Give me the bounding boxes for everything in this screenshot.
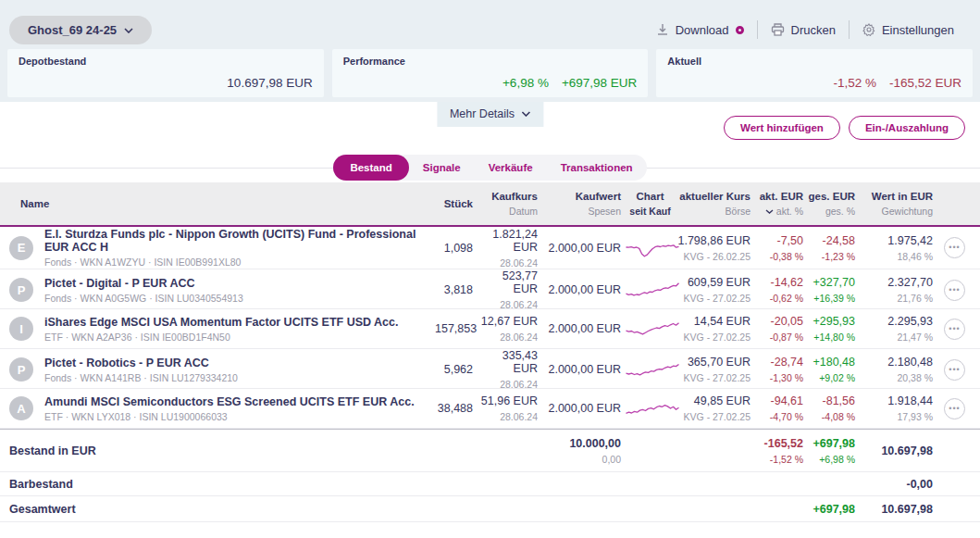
footer-spesen: 0,00 [541,454,621,465]
kaufkurs-value: 523,77 EUR [477,269,538,295]
table-row[interactable]: I iShares Edge MSCI USA Momentum Factor … [0,309,980,349]
tab-signale[interactable]: Signale [409,156,475,180]
card-aktuell: Aktuell -1,52 % -165,52 EUR [656,49,973,97]
wert-value: 1.975,42 [859,234,933,247]
wert-value: 2.180,48 [859,356,933,369]
instrument-name-link[interactable]: Pictet - Robotics - P EUR ACC [44,357,238,369]
kaufkurs-value: 1.821,24 EUR [477,228,538,254]
footer-akt-eur: -165,52 [754,437,803,450]
mehr-details-label: Mehr Details [450,107,515,120]
col-header-aktueller-kurs[interactable]: aktueller Kurs Börse [676,182,754,225]
kaufkurs-value: 335,43 EUR [477,349,538,375]
footer-akt-pct: -1,52 % [754,454,803,465]
wert-value: 2.295,93 [859,315,933,328]
col-header-kaufkurs[interactable]: Kaufkurs Datum [477,182,541,225]
aktueller-kurs-value: 14,54 EUR [676,315,751,328]
boerse-info: KVG - 27.02.25 [676,372,751,383]
col-header-menu [937,195,980,212]
col-header-kaufwert[interactable]: Kaufwert Spesen [541,182,625,225]
sparkline-chart [625,318,680,340]
tab-verkaeufe[interactable]: Verkäufe [475,156,547,180]
ges-pct-value: +9,02 % [807,372,855,383]
instrument-avatar: P [9,278,33,302]
instrument-meta: Fonds · WKN A141RB · ISIN LU1279334210 [44,372,238,383]
ges-pct-value: -1,23 % [807,251,855,262]
row-menu-button[interactable]: ••• [944,280,965,301]
kauf-datum: 28.06.24 [477,411,538,422]
kaufwert-value: 2.000,00 EUR [541,402,621,415]
kaufwert-value: 2.000,00 EUR [541,242,621,255]
row-menu-button[interactable]: ••• [944,237,965,258]
account-selector[interactable]: Ghost_69 24-25 [9,16,152,44]
table-row[interactable]: P Pictet - Digital - P EUR ACC Fonds · W… [0,269,980,309]
table-row[interactable]: A Amundi MSCI Semiconductors ESG Screene… [0,389,980,429]
col-header-wert-in-eur[interactable]: Wert in EUR Gewichtung [859,182,937,225]
footer-wert: 10.697,98 [859,444,933,457]
akt-pct-value: -4,70 % [754,411,803,422]
add-value-button[interactable]: Wert hinzufügen [724,116,840,140]
akt-pct-value: -0,87 % [754,332,803,343]
instrument-name-link[interactable]: iShares Edge MSCI USA Momentum Factor UC… [44,316,398,329]
kaufwert-value: 2.000,00 EUR [541,283,621,296]
col-header-name[interactable]: Name [0,190,435,218]
top-band: Ghost_69 24-25 Download Drucken Einstell… [0,0,980,102]
settings-button[interactable]: Einstellungen [850,23,967,37]
chevron-down-icon [124,28,133,33]
kauf-datum: 28.06.24 [477,379,538,390]
tab-bestand[interactable]: Bestand [333,155,408,181]
stueck-value: 3,818 [435,283,473,296]
akt-eur-value: -14,62 [754,276,803,289]
card-title: Aktuell [667,56,961,67]
performance-pct: +6,98 % [502,76,549,90]
kauf-datum: 28.06.24 [477,257,538,269]
akt-pct-value: -0,62 % [754,293,803,304]
table-footer-barbestand: Barbestand -0,00 [0,471,980,495]
ges-eur-value: +180,48 [807,356,855,369]
instrument-name-link[interactable]: Pictet - Digital - P EUR ACC [44,277,243,290]
col-header-ges-eur[interactable]: ges. EUR ges. % [807,182,859,225]
printer-icon [771,23,785,36]
sub-bar: Mehr Details Wert hinzufügen Ein-/Auszah… [0,102,980,153]
col-header-stueck[interactable]: Stück [435,190,477,218]
footer-label: Bestand in EUR [9,444,96,457]
instrument-name-link[interactable]: E.I. Sturdza Funds plc - Nippon Growth (… [44,228,431,254]
table-body: E E.I. Sturdza Funds plc - Nippon Growth… [0,227,980,429]
kaufkurs-value: 51,96 EUR [477,394,538,407]
instrument-avatar: A [9,396,33,420]
row-menu-button[interactable]: ••• [944,319,965,340]
mehr-details-button[interactable]: Mehr Details [437,102,543,127]
download-label: Download [676,23,729,37]
aktueller-kurs-value: 49,85 EUR [676,394,751,407]
footer-label: Barbestand [9,478,73,491]
col-header-akt-eur[interactable]: akt. EUR akt. % [754,182,807,225]
table-row[interactable]: E E.I. Sturdza Funds plc - Nippon Growth… [0,227,980,269]
akt-eur-value: -28,74 [754,356,803,369]
tab-transaktionen[interactable]: Transaktionen [547,156,647,180]
instrument-avatar: P [9,357,33,382]
chevron-down-icon [521,111,530,117]
deposit-withdraw-button[interactable]: Ein-/Auszahlung [849,116,965,140]
ges-eur-value: +327,70 [807,276,855,289]
aktuell-value: -165,52 EUR [889,76,961,90]
row-menu-button[interactable]: ••• [944,398,965,419]
print-button[interactable]: Drucken [758,23,849,37]
instrument-meta: Fonds · WKN A0G5WG · ISIN LU0340554913 [44,293,243,304]
akt-eur-value: -20,05 [754,315,803,328]
boerse-info: KVG - 26.02.25 [676,251,751,262]
stueck-value: 38,488 [435,402,473,415]
instrument-avatar: I [9,317,33,341]
gear-icon [862,23,875,36]
table-footer-gesamtwert: Gesamtwert +697,98 10.697,98 [0,495,980,522]
table-row[interactable]: P Pictet - Robotics - P EUR ACC Fonds · … [0,349,980,389]
gewichtung-value: 18,46 % [859,251,933,262]
ges-pct-value: +16,39 % [807,293,855,304]
row-menu-button[interactable]: ••• [944,359,965,381]
instrument-name-link[interactable]: Amundi MSCI Semiconductors ESG Screened … [44,395,415,408]
footer-wert: -0,00 [859,478,933,491]
download-button[interactable]: Download [643,23,757,37]
aktuell-pct: -1,52 % [833,76,876,90]
instrument-meta: Fonds · WKN A1WZYU · ISIN IE00B991XL80 [44,256,431,268]
boerse-info: KVG - 27.02.25 [676,293,751,304]
tabs: Bestand Signale Verkäufe Transaktionen [333,155,646,181]
stueck-value: 5,962 [435,363,473,376]
